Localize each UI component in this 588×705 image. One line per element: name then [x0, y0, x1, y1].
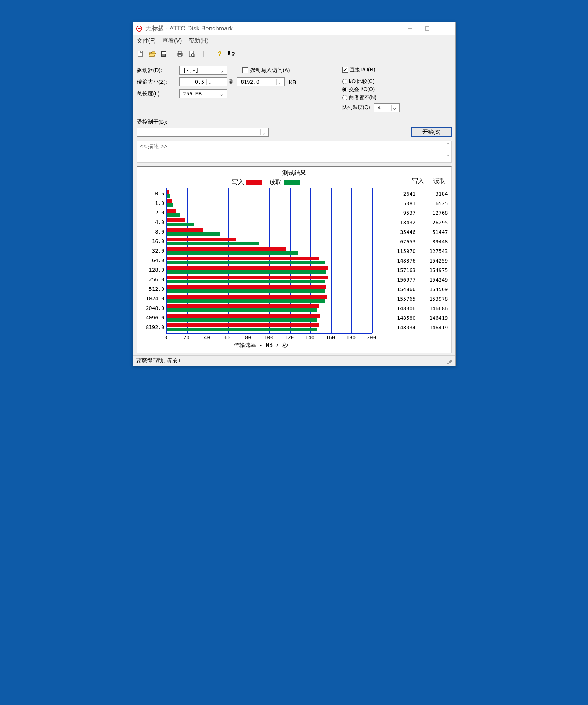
io-compare-radio[interactable]: I/O 比较(C) [342, 78, 452, 85]
read-value: 154975 [422, 265, 448, 275]
write-value: 148376 [390, 256, 416, 265]
value-row: 148376154259 [382, 256, 448, 265]
new-file-icon[interactable] [135, 49, 145, 59]
write-bar [167, 276, 328, 279]
drive-combo[interactable]: [-j-] ⌄ [179, 66, 227, 75]
y-tick-label: 8192.0 [146, 324, 165, 330]
print-icon[interactable] [175, 49, 185, 59]
write-value: 148034 [390, 323, 416, 332]
results-title: 测试结果 [140, 169, 448, 177]
read-bar [167, 242, 259, 245]
legend-write-label: 写入 [232, 178, 244, 186]
write-bar [167, 323, 319, 327]
y-tick-label: 8.0 [155, 229, 164, 235]
value-row: 3544651447 [382, 227, 448, 237]
x-tick-label: 160 [326, 335, 335, 340]
neither-radio[interactable]: 两者都不(N) [342, 94, 452, 101]
write-value: 5081 [390, 199, 416, 208]
resize-grip-icon[interactable] [447, 358, 452, 364]
read-bar [167, 203, 173, 207]
chevron-down-icon: ⌄ [219, 91, 225, 97]
value-row: 157163154975 [382, 265, 448, 275]
read-value: 153978 [422, 294, 448, 304]
svg-rect-8 [162, 52, 166, 54]
legend-read: 读取 [270, 178, 300, 186]
write-swatch-icon [246, 180, 262, 185]
write-bar [167, 266, 328, 270]
overlap-io-radio[interactable]: 交叠 I/O(O) [342, 86, 452, 93]
chevron-down-icon: ⌄ [391, 105, 398, 111]
read-value: 3184 [422, 189, 448, 199]
open-file-icon[interactable] [147, 49, 157, 59]
y-tick-label: 256.0 [149, 276, 164, 282]
x-tick-label: 140 [305, 335, 314, 340]
radio-icon [342, 95, 347, 100]
write-value: 9537 [390, 208, 416, 218]
context-help-icon[interactable]: ? [226, 49, 237, 59]
transfer-max-combo[interactable]: 8192.0 ⌄ [237, 77, 285, 86]
drive-value: [-j-] [183, 67, 199, 73]
value-row: 156977154249 [382, 275, 448, 285]
x-tick-label: 120 [285, 335, 294, 340]
description-textarea[interactable]: << 描述 >> ⌃⌄ [137, 141, 452, 163]
y-tick-label: 32.0 [152, 248, 165, 254]
write-bar [167, 304, 319, 308]
direct-io-label: 直接 I/O(R) [350, 66, 375, 73]
statusbar: 要获得帮助, 请按 F1 [133, 355, 455, 366]
read-bar [167, 318, 317, 322]
transfer-min-combo[interactable]: 0.5 ⌄ [179, 77, 227, 86]
read-value: 127543 [422, 246, 448, 256]
y-tick-label: 1.0 [155, 200, 164, 206]
svg-text:?: ? [217, 50, 221, 58]
print-preview-icon[interactable] [187, 49, 197, 59]
save-icon[interactable] [159, 49, 169, 59]
minimize-button[interactable] [402, 23, 419, 34]
menu-view[interactable]: 查看(V) [162, 37, 182, 45]
direct-io-checkbox[interactable]: 直接 I/O(R) [342, 66, 452, 73]
value-row: 6765389448 [382, 237, 448, 246]
write-value: 67653 [390, 237, 416, 246]
svg-rect-1 [138, 28, 140, 29]
force-write-checkbox[interactable]: 强制写入访问(A) [242, 67, 290, 74]
transfer-min-value: 0.5 [195, 79, 204, 85]
total-length-combo[interactable]: 256 MB ⌄ [179, 89, 227, 98]
svg-rect-11 [178, 51, 181, 53]
app-icon [136, 25, 143, 32]
read-bar [167, 232, 220, 236]
transfer-to-label: 到 [229, 79, 235, 86]
queue-depth-combo[interactable]: 4 ⌄ [374, 103, 400, 112]
value-column-headers: 写入 读取 [412, 177, 445, 185]
write-bar [167, 295, 327, 299]
read-bar [167, 223, 194, 226]
svg-line-15 [194, 56, 195, 57]
read-bar [167, 308, 318, 312]
move-icon[interactable] [198, 49, 209, 59]
checkbox-icon [242, 67, 248, 73]
read-bar [167, 194, 170, 198]
read-bar [167, 251, 298, 255]
write-value: 157163 [390, 265, 416, 275]
close-button[interactable] [436, 23, 452, 34]
read-value: 51447 [422, 227, 448, 237]
write-value: 155765 [390, 294, 416, 304]
write-value: 18432 [390, 218, 416, 227]
transfer-max-value: 8192.0 [241, 79, 260, 85]
read-bar [167, 299, 325, 303]
x-axis-label: 传输速率 - MB / 秒 [140, 342, 382, 349]
start-button[interactable]: 开始(S) [411, 127, 452, 137]
statusbar-text: 要获得帮助, 请按 F1 [136, 357, 185, 364]
read-value: 146419 [422, 313, 448, 323]
value-row: 115970127543 [382, 246, 448, 256]
controlled-by-combo[interactable]: ⌄ [137, 128, 269, 137]
window-title: 无标题 - ATTO Disk Benchmark [145, 24, 402, 33]
svg-rect-3 [425, 27, 429, 30]
help-icon[interactable]: ? [214, 49, 225, 59]
x-tick-label: 180 [346, 335, 356, 340]
read-value: 89448 [422, 237, 448, 246]
description-placeholder: << 描述 >> [140, 143, 167, 149]
menu-file[interactable]: 文件(F) [137, 37, 156, 45]
menu-help[interactable]: 帮助(H) [188, 37, 208, 45]
chevron-down-icon: ⌄ [219, 67, 225, 73]
write-value: 115970 [390, 246, 416, 256]
maximize-button[interactable] [419, 23, 436, 34]
